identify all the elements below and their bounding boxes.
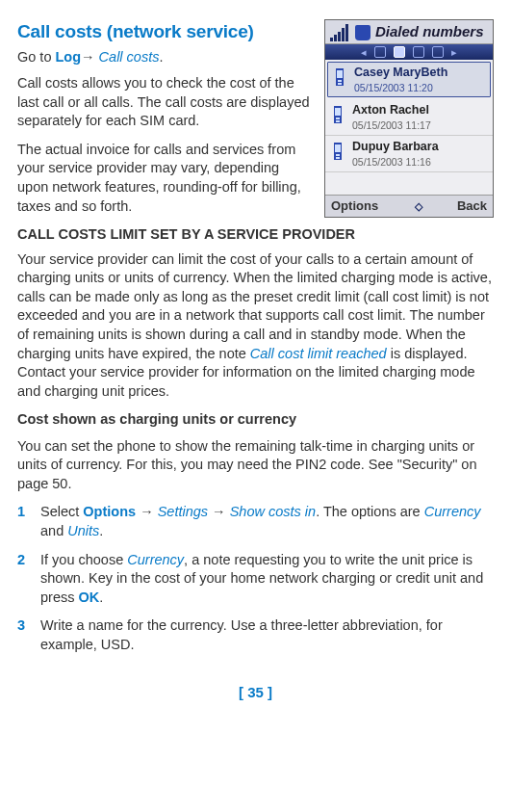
step-text: Write a name for the currency. Use a thr… — [40, 617, 443, 652]
phone-tab-bar: ◂ ▸ — [325, 44, 493, 60]
limit-description: Your service provider can limit the cost… — [17, 250, 494, 402]
arrow-right-icon: ▸ — [451, 45, 457, 60]
step-keyword: Currency — [127, 552, 184, 567]
phone-list: Casey MaryBeth05/15/2003 11:20Axton Rach… — [325, 60, 493, 195]
step-text: → — [208, 504, 230, 519]
limit-text-a: Your service provider can limit the cost… — [17, 251, 492, 361]
step-text: . — [99, 589, 103, 605]
step-number: 2 — [17, 551, 25, 570]
softkey-left[interactable]: Options — [331, 197, 378, 215]
step-keyword: Units — [67, 523, 99, 538]
call-log-entry[interactable]: Casey MaryBeth05/15/2003 11:20 — [327, 62, 491, 97]
call-datetime: 05/15/2003 11:16 — [352, 155, 489, 169]
call-log-entry[interactable]: Axton Rachel05/15/2003 11:17 — [325, 99, 493, 136]
step-item: 1Select Options → Settings → Show costs … — [17, 503, 494, 540]
tab-dot — [374, 46, 386, 58]
call-log-entry[interactable]: Dupuy Barbara05/15/2003 11:16 — [325, 136, 493, 172]
step-keyword: Options — [83, 504, 140, 519]
contact-name: Casey MaryBeth — [354, 65, 487, 81]
phone-screenshot: Dialed numbers ◂ ▸ Casey MaryBeth05/15/2… — [324, 19, 494, 218]
step-text: and — [40, 523, 67, 538]
step-keyword: Currency — [424, 504, 481, 519]
nav-indicator-icon: ◇ — [415, 199, 421, 214]
steps-list: 1Select Options → Settings → Show costs … — [17, 503, 494, 654]
intro-para-1: Call costs allows you to check the cost … — [17, 74, 325, 131]
step-keyword: Show costs in — [230, 504, 316, 519]
step-number: 1 — [17, 503, 25, 522]
call-datetime: 05/15/2003 11:17 — [352, 118, 489, 132]
currency-units-para: You can set the phone to show the remain… — [17, 437, 494, 494]
entry-text: Dupuy Barbara05/15/2003 11:16 — [352, 139, 489, 169]
intro-para-2: The actual invoice for calls and service… — [17, 141, 325, 216]
goto-suffix: . — [159, 49, 163, 65]
phone-icon — [329, 102, 346, 127]
note-call-cost-limit: Call cost limit reached — [250, 346, 387, 361]
step-keyword: Settings — [158, 504, 208, 519]
menu-path-log: Log — [56, 49, 82, 65]
phone-icon — [331, 65, 348, 90]
arrow-icon: → — [81, 49, 99, 65]
phone-status-bar: Dialed numbers — [325, 20, 493, 44]
arrow-left-icon: ◂ — [361, 45, 367, 60]
step-number: 3 — [17, 616, 25, 636]
phone-softkey-bar: Options ◇ Back — [325, 195, 493, 217]
step-text: . — [99, 523, 103, 538]
tab-dot-active — [394, 46, 405, 58]
entry-text: Casey MaryBeth05/15/2003 11:20 — [354, 65, 487, 94]
sub-subheading: Cost shown as charging units or currency — [17, 410, 494, 430]
step-text: → — [140, 504, 158, 519]
tab-dot — [432, 46, 444, 58]
subsection-heading: CALL COSTS LIMIT SET BY A SERVICE PROVID… — [17, 225, 494, 245]
step-item: 3Write a name for the currency. Use a th… — [17, 616, 494, 654]
softkey-right[interactable]: Back — [457, 197, 487, 215]
menu-path-call-costs: Call costs — [99, 49, 160, 65]
goto-prefix: Go to — [17, 49, 56, 65]
phone-screen-title: Dialed numbers — [352, 22, 493, 41]
tab-dot — [413, 46, 424, 58]
step-item: 2If you choose Currency, a note requesti… — [17, 551, 494, 608]
page-number: [ 35 ] — [17, 683, 494, 702]
signal-icon — [325, 20, 352, 43]
entry-text: Axton Rachel05/15/2003 11:17 — [352, 102, 489, 132]
contact-name: Dupuy Barbara — [352, 139, 489, 155]
contact-name: Axton Rachel — [352, 102, 489, 118]
step-text: If you choose — [40, 552, 127, 567]
phone-icon — [329, 139, 346, 164]
step-text: . The options are — [316, 504, 424, 519]
step-keyword: OK — [79, 589, 100, 605]
call-datetime: 05/15/2003 11:20 — [354, 81, 487, 94]
step-text: Select — [40, 504, 83, 519]
